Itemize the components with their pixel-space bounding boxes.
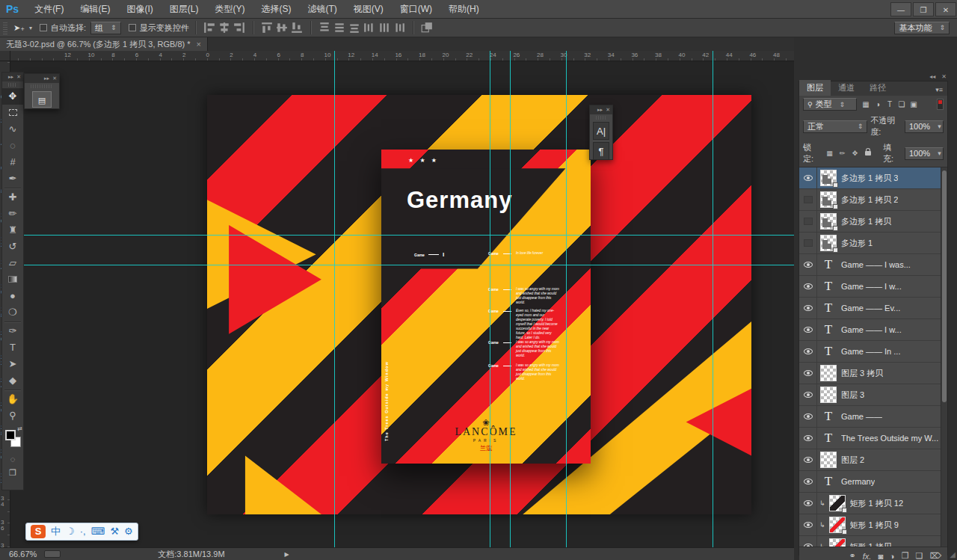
panel-menu-icon[interactable]: ▾≡ [935,86,947,96]
document-tab[interactable]: 无题3-02.psd @ 66.7% (多边形 1 拷贝 3, RGB/8) *… [0,37,208,51]
menu-item[interactable]: 文件(F) [26,0,72,19]
tool-preset-caret-icon[interactable]: ▾ [29,25,32,31]
swap-colors-icon[interactable]: ⇄ [17,425,22,432]
visibility-cell[interactable] [799,233,817,253]
fill-field[interactable]: 100%▾ [905,147,944,160]
visibility-cell[interactable] [799,493,817,514]
visibility-cell[interactable] [799,449,817,470]
collapse-panel-icon[interactable]: ▸▸ [8,74,13,80]
auto-select-checkbox[interactable] [40,24,47,31]
healing-brush-tool[interactable]: ✚ [2,189,23,206]
layer-row[interactable]: TGame —— In ... [799,341,947,363]
text-layer-thumbnail[interactable]: T [820,408,837,425]
filter-toggle[interactable] [937,99,944,110]
rectangular-marquee-tool[interactable] [2,105,23,121]
guide-vertical[interactable] [510,51,511,547]
gradient-tool[interactable] [2,271,23,288]
shape-layer-thumbnail[interactable] [820,191,837,208]
layer-row[interactable]: ↳矩形 1 拷贝 9 [799,514,947,536]
path-selection-tool[interactable]: ➤ [2,356,23,372]
type-tool[interactable]: T [2,339,23,356]
layer-row[interactable]: 多边形 1 [799,233,947,254]
link-layers-icon[interactable]: ⚭ [849,551,856,560]
eye-empty-checkbox[interactable] [804,239,813,247]
dodge-tool[interactable]: ❍ [2,304,23,321]
crop-tool[interactable]: # [2,154,23,170]
move-tool[interactable]: ✥ [2,88,23,105]
foreground-color-swatch[interactable] [5,430,16,440]
eye-icon[interactable] [804,348,813,354]
close-panel-icon[interactable]: ✕ [16,74,21,80]
layer-row[interactable]: TGame —— Ev... [799,298,947,319]
history-brush-tool[interactable]: ↺ [2,239,23,255]
adjustment-filter-icon[interactable]: ◑ [872,100,884,108]
zoom-tool[interactable]: ⚲ [2,407,23,424]
layer-mask-icon[interactable]: ◙ [878,552,883,560]
layer-row[interactable]: TGame —— I w... [799,319,947,341]
layer-row[interactable]: 多边形 1 拷贝 [799,211,947,233]
layer-style-icon[interactable]: fx. [863,552,872,560]
eye-icon[interactable] [804,479,813,484]
visibility-cell[interactable] [799,406,817,427]
eye-icon[interactable] [804,500,813,506]
shape-layer-thumbnail[interactable] [820,170,837,186]
quick-mask-button[interactable]: ◌ [2,452,23,466]
diag-black-layer-thumbnail[interactable] [829,495,846,511]
close-button[interactable]: ✕ [935,2,956,16]
eye-empty-checkbox[interactable] [804,218,813,225]
horizontal-ruler[interactable]: 1210864202468101214161820222426283032343… [0,51,794,61]
guide-vertical[interactable] [713,51,713,547]
eye-icon[interactable] [804,262,813,268]
close-panel-icon[interactable]: ✕ [606,107,610,113]
new-group-icon[interactable]: ❒ [902,551,909,560]
distribute-left-icon[interactable] [363,22,375,34]
options-grip[interactable] [3,21,7,34]
text-layer-thumbnail[interactable]: T [820,300,837,316]
blur-tool[interactable]: ● [2,288,23,304]
visibility-cell[interactable] [799,211,817,232]
ime-icon[interactable]: ☽ [66,524,75,539]
zoom-level-field[interactable]: 66.67% [0,550,37,559]
distribute-right-icon[interactable] [393,22,405,34]
blend-mode-dropdown[interactable]: 正常⇕ [803,120,867,133]
paragraph-panel-icon[interactable]: ¶ [593,142,609,160]
text-layer-thumbnail[interactable]: T [820,278,837,295]
visibility-cell[interactable] [799,298,817,319]
tab-图层[interactable]: 图层 [799,80,831,96]
close-dock-icon[interactable]: ✕ [941,73,947,80]
status-menu-arrow-icon[interactable]: ▶ [285,551,289,558]
menu-item[interactable]: 编辑(E) [72,0,118,19]
menu-item[interactable]: 窗口(W) [392,0,440,19]
eye-icon[interactable] [804,283,813,289]
menu-item[interactable]: 图层(L) [161,0,207,19]
panel-grip[interactable] [596,116,606,120]
panel-grip[interactable] [8,83,17,87]
guide-horizontal[interactable] [10,235,794,236]
text-layer-thumbnail[interactable]: T [820,321,837,338]
visibility-cell[interactable] [799,363,817,384]
layer-row[interactable]: ↳矩形 1 拷贝 12 [799,493,947,514]
filter-type-dropdown[interactable]: ⚲ 类型 ⇕ [803,98,857,111]
layer-row[interactable]: ↳矩形 1 拷贝 [799,536,947,547]
layer-row[interactable]: 多边形 1 拷贝 2 [799,189,947,211]
adjustment-layer-icon[interactable]: ◑ [890,552,895,560]
eye-icon[interactable] [804,435,813,441]
menu-item[interactable]: 滤镜(T) [299,0,345,19]
visibility-cell[interactable] [799,341,817,362]
lock-paint-icon[interactable]: ✏ [837,150,847,157]
layer-row[interactable]: 图层 3 [799,384,947,406]
eyedropper-tool[interactable]: ✒ [2,170,23,187]
layer-row[interactable]: TGermany [799,471,947,493]
ime-icon[interactable]: ⚒ [110,524,119,539]
guide-vertical[interactable] [566,51,567,547]
smart-object-filter-icon[interactable]: ▣ [908,100,920,108]
align-bottom-edges-icon[interactable] [291,22,303,34]
shape-layer-thumbnail[interactable] [820,213,837,230]
align-horizontal-centers-icon[interactable] [218,22,230,34]
eraser-tool[interactable]: ▱ [2,255,23,271]
quick-selection-tool[interactable]: ◌ [2,138,23,154]
eye-icon[interactable] [804,544,813,547]
menu-item[interactable]: 图像(I) [118,0,161,19]
restore-button[interactable]: ❐ [913,2,934,16]
hand-tool[interactable]: ✋ [2,391,23,407]
